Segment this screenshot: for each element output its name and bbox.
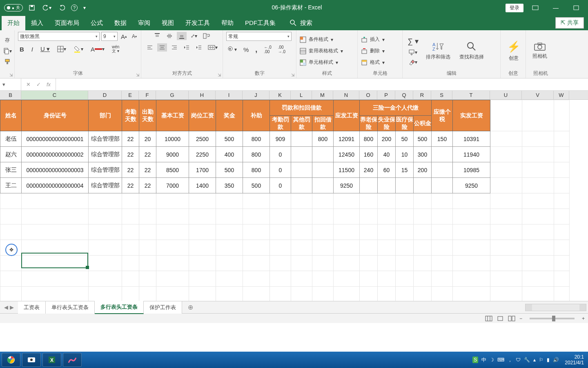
tab-pdftools[interactable]: PDF工具集 bbox=[239, 16, 281, 30]
col-header[interactable]: H bbox=[189, 91, 216, 99]
orientation-icon[interactable]: ⤢▾ bbox=[189, 32, 199, 40]
sort-filter-button[interactable]: AZ 排序和筛选 bbox=[423, 40, 454, 62]
header-tax[interactable]: 应缴个税 bbox=[432, 100, 453, 131]
page-break-view-icon[interactable] bbox=[508, 316, 515, 321]
increase-indent-icon[interactable] bbox=[194, 43, 204, 52]
tray-sogou-icon[interactable]: S bbox=[472, 357, 478, 363]
header-penalty-group[interactable]: 罚款和扣回借款 bbox=[270, 100, 334, 116]
search-icon[interactable] bbox=[290, 19, 297, 27]
new-sheet-button[interactable]: ⊕ bbox=[182, 303, 199, 311]
col-header[interactable]: C bbox=[21, 91, 88, 99]
col-header[interactable]: P bbox=[377, 91, 395, 99]
tray-expand-icon[interactable]: ▴ bbox=[533, 357, 536, 363]
align-center-icon[interactable] bbox=[157, 43, 167, 52]
table-row[interactable] bbox=[0, 256, 570, 271]
cell-styles-button[interactable]: 单元格样式 ▾ bbox=[300, 57, 343, 68]
tray-keyboard-icon[interactable]: ⌨ bbox=[497, 357, 504, 363]
font-size-combo[interactable]: 9▾ bbox=[101, 32, 118, 41]
sheet-nav-icon[interactable]: ◀ ▶ bbox=[0, 304, 18, 310]
cancel-formula-icon[interactable]: ✕ bbox=[26, 81, 31, 88]
col-header[interactable]: F bbox=[139, 91, 156, 99]
fx-icon[interactable]: fx bbox=[47, 81, 51, 88]
tray-ime-icon[interactable]: 中 bbox=[481, 357, 486, 364]
decrease-font-icon[interactable]: A▾ bbox=[130, 33, 138, 40]
table-row[interactable] bbox=[0, 209, 570, 224]
header-attend-days[interactable]: 考勤天数 bbox=[122, 100, 139, 131]
zoom-out-button[interactable]: − bbox=[519, 316, 522, 321]
header-base-salary[interactable]: 基本工资 bbox=[156, 100, 189, 131]
fill-color-icon[interactable]: ▾ bbox=[72, 45, 85, 54]
col-header[interactable]: N bbox=[333, 91, 359, 99]
enter-formula-icon[interactable]: ✓ bbox=[36, 81, 41, 88]
header-deduct[interactable]: 扣回借款 bbox=[312, 116, 334, 131]
taskbar-app-icon[interactable] bbox=[63, 353, 82, 367]
delete-cells-button[interactable]: 删除 ▾ bbox=[361, 46, 385, 56]
header-medical[interactable]: 医疗保险 bbox=[396, 116, 414, 131]
table-row[interactable] bbox=[0, 224, 570, 240]
insert-cells-button[interactable]: 插入 ▾ bbox=[361, 34, 385, 45]
tray-volume-icon[interactable]: 🔊 bbox=[553, 357, 559, 363]
zoom-in-button[interactable]: + bbox=[582, 316, 585, 321]
format-painter-icon[interactable] bbox=[2, 58, 12, 66]
number-format-combo[interactable]: 常规▾ bbox=[226, 32, 292, 41]
header-post-salary[interactable]: 岗位工资 bbox=[189, 100, 216, 131]
col-header[interactable]: K bbox=[270, 91, 291, 99]
col-header[interactable]: U bbox=[490, 91, 522, 99]
tray-battery-icon[interactable]: ▮ bbox=[547, 357, 550, 363]
maximize-icon[interactable] bbox=[568, 0, 585, 16]
col-header[interactable]: I bbox=[216, 91, 243, 99]
decrease-indent-icon[interactable] bbox=[182, 43, 192, 52]
header-due-salary[interactable]: 应发工资 bbox=[334, 100, 360, 131]
header-bonus[interactable]: 奖金 bbox=[216, 100, 243, 131]
col-header[interactable]: O bbox=[359, 91, 377, 99]
col-header[interactable]: E bbox=[122, 91, 139, 99]
col-header[interactable]: Q bbox=[395, 91, 413, 99]
taskbar-chrome-icon[interactable] bbox=[2, 353, 20, 367]
table-row[interactable] bbox=[0, 193, 570, 209]
tab-view[interactable]: 视图 bbox=[156, 16, 180, 30]
autosum-icon[interactable]: ∑ ▾ bbox=[406, 36, 420, 47]
align-middle-icon[interactable] bbox=[165, 32, 174, 40]
col-header[interactable]: W bbox=[554, 91, 569, 99]
tray-wrench-icon[interactable]: 🔧 bbox=[524, 357, 530, 363]
tray-flag-icon[interactable]: ⚐ bbox=[539, 357, 543, 363]
col-header[interactable]: T bbox=[452, 91, 490, 99]
format-cells-button[interactable]: 格式 ▾ bbox=[361, 57, 385, 68]
tray-comma-icon[interactable]: ， bbox=[508, 357, 512, 364]
taskbar-excel-icon[interactable]: X bbox=[42, 353, 61, 367]
align-left-icon[interactable] bbox=[145, 43, 155, 52]
table-row[interactable]: 王二000000000000000004综合管理部222270001400350… bbox=[0, 178, 570, 193]
help-icon[interactable]: ? bbox=[71, 4, 78, 11]
header-pension[interactable]: 养老保险 bbox=[360, 116, 378, 131]
table-row[interactable]: 张三000000000000000003综合管理部222285001700500… bbox=[0, 162, 570, 178]
format-as-table-button[interactable]: 套用表格格式 ▾ bbox=[300, 46, 343, 56]
zoom-slider[interactable] bbox=[530, 318, 575, 319]
align-launcher-icon[interactable]: ⇲ bbox=[218, 73, 221, 77]
tab-help[interactable]: 帮助 bbox=[216, 16, 239, 30]
login-button[interactable]: 登录 bbox=[506, 4, 523, 12]
autosave-toggle[interactable]: ●关 bbox=[4, 4, 23, 11]
sheet-tab[interactable]: 工资表 bbox=[18, 301, 46, 314]
col-header[interactable]: M bbox=[312, 91, 333, 99]
cut-icon[interactable]: 存 bbox=[3, 36, 11, 45]
align-top-icon[interactable] bbox=[152, 32, 162, 40]
tab-insert[interactable]: 插入 bbox=[25, 16, 49, 30]
tab-data[interactable]: 数据 bbox=[109, 16, 132, 30]
redo-icon[interactable] bbox=[57, 4, 67, 12]
accounting-format-icon[interactable]: ¥▾ bbox=[226, 45, 238, 54]
phonetic-icon[interactable]: wén文 ▾ bbox=[110, 44, 121, 54]
taskbar-recorder-icon[interactable] bbox=[22, 353, 41, 367]
tab-developer[interactable]: 开发工具 bbox=[180, 16, 216, 30]
tab-pagelayout[interactable]: 页面布局 bbox=[49, 16, 85, 30]
ribbon-display-icon[interactable] bbox=[527, 0, 544, 16]
header-attend-fine[interactable]: 考勤罚款 bbox=[270, 116, 291, 131]
fill-icon[interactable]: ▾ bbox=[406, 48, 420, 56]
header-other-fine[interactable]: 其他罚款 bbox=[291, 116, 312, 131]
table-row[interactable] bbox=[0, 271, 570, 287]
header-unemployment[interactable]: 失业保险 bbox=[378, 116, 396, 131]
save-icon[interactable] bbox=[27, 4, 37, 12]
font-name-combo[interactable]: 微软雅黑▾ bbox=[18, 32, 100, 41]
col-header[interactable]: L bbox=[291, 91, 312, 99]
col-header[interactable]: R bbox=[413, 91, 431, 99]
table-row[interactable] bbox=[0, 287, 570, 301]
